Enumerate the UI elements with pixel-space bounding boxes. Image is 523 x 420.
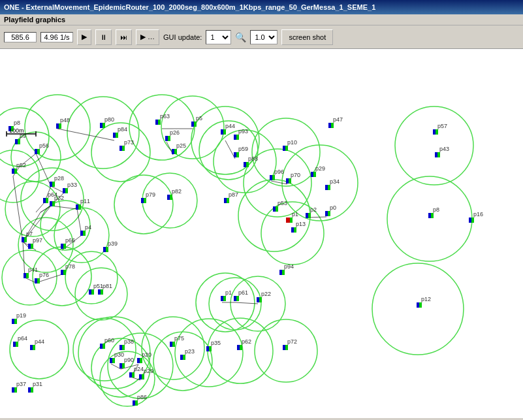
svg-rect-254 xyxy=(129,372,132,378)
svg-text:p86: p86 xyxy=(137,394,147,400)
svg-rect-260 xyxy=(170,342,172,347)
svg-rect-122 xyxy=(244,162,246,167)
svg-rect-272 xyxy=(283,345,285,350)
svg-text:p63: p63 xyxy=(160,113,170,120)
svg-rect-140 xyxy=(325,185,328,190)
play-button[interactable]: ▶ xyxy=(77,29,91,45)
svg-rect-126 xyxy=(285,146,288,151)
svg-rect-99 xyxy=(122,146,125,151)
svg-rect-252 xyxy=(140,358,142,363)
svg-rect-192 xyxy=(294,227,296,233)
svg-text:p52: p52 xyxy=(16,162,26,169)
svg-rect-98 xyxy=(119,146,122,151)
svg-rect-233 xyxy=(13,342,16,347)
svg-text:p51: p51 xyxy=(93,283,103,289)
svg-rect-261 xyxy=(172,342,175,347)
svg-rect-282 xyxy=(259,297,262,302)
svg-text:p61: p61 xyxy=(238,289,248,296)
svg-rect-201 xyxy=(31,244,33,249)
svg-text:p57: p57 xyxy=(437,123,447,129)
svg-text:p33: p33 xyxy=(67,182,77,188)
svg-rect-188 xyxy=(469,218,471,223)
svg-rect-228 xyxy=(419,302,422,308)
svg-rect-183 xyxy=(328,211,330,216)
svg-rect-218 xyxy=(89,289,91,295)
svg-rect-176 xyxy=(273,206,276,212)
svg-rect-149 xyxy=(50,182,52,187)
svg-rect-152 xyxy=(63,188,65,193)
svg-rect-209 xyxy=(24,273,26,278)
svg-text:p44: p44 xyxy=(35,338,44,345)
svg-rect-246 xyxy=(112,358,115,363)
svg-rect-116 xyxy=(234,135,236,140)
svg-rect-179 xyxy=(306,213,308,218)
svg-rect-89 xyxy=(12,169,14,174)
svg-text:p12: p12 xyxy=(421,296,431,302)
svg-rect-110 xyxy=(172,149,174,154)
svg-rect-77 xyxy=(56,123,59,129)
svg-rect-165 xyxy=(83,231,86,236)
svg-rect-185 xyxy=(428,213,431,218)
svg-rect-197 xyxy=(22,237,24,242)
svg-rect-134 xyxy=(435,152,437,157)
svg-rect-132 xyxy=(436,129,438,135)
svg-rect-275 xyxy=(221,296,223,301)
svg-rect-146 xyxy=(286,178,289,184)
svg-rect-113 xyxy=(221,129,223,135)
svg-rect-284 xyxy=(133,400,135,406)
svg-text:p73: p73 xyxy=(124,139,134,146)
svg-rect-155 xyxy=(43,198,46,203)
svg-text:p64: p64 xyxy=(18,335,27,342)
svg-text:p19: p19 xyxy=(16,312,26,319)
svg-text:p48: p48 xyxy=(60,117,70,123)
svg-rect-267 xyxy=(209,346,212,351)
svg-rect-87 xyxy=(37,149,40,154)
svg-rect-164 xyxy=(80,231,83,236)
svg-text:p39: p39 xyxy=(108,240,118,247)
svg-rect-108 xyxy=(168,136,170,141)
svg-rect-213 xyxy=(37,278,40,283)
svg-rect-234 xyxy=(16,342,18,347)
ffwd-button[interactable]: ⏭ xyxy=(116,29,132,45)
svg-text:p4: p4 xyxy=(85,224,91,231)
svg-text:p25: p25 xyxy=(176,142,186,149)
svg-rect-168 xyxy=(144,198,146,203)
svg-text:p43: p43 xyxy=(439,146,449,152)
svg-rect-129 xyxy=(331,123,334,128)
svg-text:p79: p79 xyxy=(146,191,155,198)
svg-text:p60: p60 xyxy=(104,337,114,344)
pause-button[interactable]: ⏸ xyxy=(95,29,112,45)
screenshot-button[interactable]: screen shot xyxy=(281,29,333,45)
title-text: ONE - ExternalMovement_EpidemicRouter_10… xyxy=(4,3,375,11)
svg-rect-162 xyxy=(78,204,81,210)
svg-text:p44: p44 xyxy=(225,123,235,129)
svg-rect-273 xyxy=(285,345,288,350)
svg-text:p72: p72 xyxy=(287,338,297,345)
svg-rect-291 xyxy=(31,387,33,393)
svg-text:p76: p76 xyxy=(39,272,49,278)
toolbar: 585.6 4.96 1/s ▶ ⏸ ⏭ ▶ … GUI update: 1 2… xyxy=(0,25,523,49)
svg-text:p88: p88 xyxy=(248,155,258,162)
svg-text:p47: p47 xyxy=(333,116,343,123)
svg-rect-285 xyxy=(135,400,138,406)
svg-text:p82: p82 xyxy=(172,188,182,195)
svg-rect-92 xyxy=(100,123,103,128)
svg-rect-111 xyxy=(174,149,177,154)
svg-text:p29: p29 xyxy=(144,368,153,374)
zoom-select[interactable]: 1.0 0.5 2.0 xyxy=(250,30,277,44)
svg-rect-173 xyxy=(224,198,227,203)
svg-text:p81: p81 xyxy=(103,283,112,289)
svg-rect-206 xyxy=(103,247,106,252)
svg-rect-276 xyxy=(223,296,226,301)
svg-text:p35: p35 xyxy=(211,340,221,346)
svg-rect-207 xyxy=(106,247,108,252)
svg-rect-236 xyxy=(30,345,33,350)
svg-rect-227 xyxy=(417,302,419,308)
step-button[interactable]: ▶ … xyxy=(136,29,159,45)
svg-text:p0: p0 xyxy=(330,204,336,211)
svg-text:p24: p24 xyxy=(134,366,144,372)
svg-rect-159 xyxy=(52,201,55,206)
svg-rect-231 xyxy=(14,319,17,324)
gui-update-select[interactable]: 1 2 5 10 xyxy=(206,30,231,44)
svg-text:p7: p7 xyxy=(26,231,33,237)
